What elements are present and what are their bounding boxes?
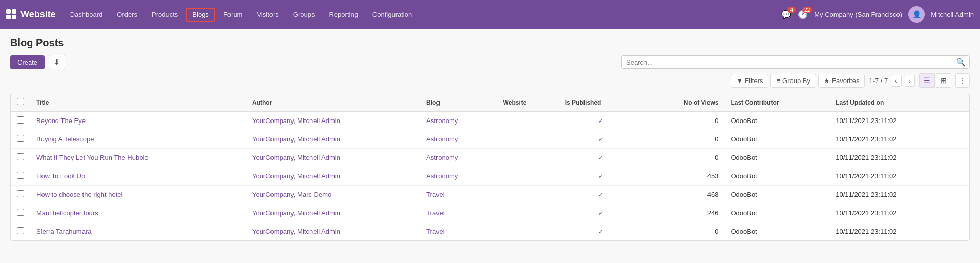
row-website bbox=[497, 112, 559, 130]
row-more bbox=[957, 186, 969, 204]
nav-forum[interactable]: Forum bbox=[217, 8, 249, 22]
logo-icon bbox=[6, 9, 16, 19]
row-blog[interactable]: Astronomy bbox=[420, 167, 497, 186]
pagination-text: 1-7 / 7 bbox=[869, 77, 888, 85]
row-checkbox[interactable] bbox=[17, 153, 24, 160]
row-last-updated: 10/11/2021 23:11:02 bbox=[829, 222, 957, 241]
select-all-checkbox[interactable] bbox=[17, 98, 24, 105]
col-is-published: Is Published bbox=[559, 93, 643, 112]
row-views: 0 bbox=[643, 149, 724, 167]
row-blog[interactable]: Travel bbox=[420, 204, 497, 222]
col-title: Title bbox=[30, 93, 246, 112]
groupby-button[interactable]: ≡ Group By bbox=[770, 74, 816, 88]
col-views: No of Views bbox=[643, 93, 724, 112]
row-title[interactable]: Buying A Telescope bbox=[30, 130, 246, 149]
row-author[interactable]: YourCompany, Mitchell Admin bbox=[246, 222, 420, 241]
list-view-button[interactable]: ☰ bbox=[919, 73, 935, 88]
row-author[interactable]: YourCompany, Mitchell Admin bbox=[246, 130, 420, 149]
row-checkbox[interactable] bbox=[17, 209, 24, 216]
nav-menu: Dashboard Orders Products Blogs Forum Vi… bbox=[64, 8, 782, 22]
user-avatar[interactable]: 👤 bbox=[908, 6, 925, 23]
row-contributor: OdooBot bbox=[724, 167, 829, 186]
row-checkbox[interactable] bbox=[17, 116, 24, 124]
row-contributor: OdooBot bbox=[724, 204, 829, 222]
nav-orders[interactable]: Orders bbox=[111, 8, 143, 22]
search-icon: 🔍 bbox=[956, 58, 965, 66]
activity-icon[interactable]: 🕐 22 bbox=[798, 10, 808, 19]
nav-products[interactable]: Products bbox=[145, 8, 184, 22]
app-logo[interactable]: Website bbox=[6, 9, 56, 20]
row-contributor: OdooBot bbox=[724, 130, 829, 149]
row-title[interactable]: Beyond The Eye bbox=[30, 112, 246, 130]
search-input[interactable] bbox=[626, 58, 956, 66]
nav-visitors[interactable]: Visitors bbox=[251, 8, 284, 22]
row-more bbox=[957, 130, 969, 149]
download-button[interactable]: ⬇ bbox=[49, 55, 65, 69]
top-navigation: Website Dashboard Orders Products Blogs … bbox=[0, 0, 980, 29]
row-views: 453 bbox=[643, 167, 724, 186]
row-author[interactable]: YourCompany, Marc Demo bbox=[246, 186, 420, 204]
table-row: What If They Let You Run The Hubble Your… bbox=[11, 149, 969, 167]
row-title[interactable]: What If They Let You Run The Hubble bbox=[30, 149, 246, 167]
more-options-button[interactable]: ⋮ bbox=[955, 73, 970, 88]
row-author[interactable]: YourCompany, Mitchell Admin bbox=[246, 167, 420, 186]
search-bar: 🔍 bbox=[621, 55, 970, 69]
row-blog[interactable]: Astronomy bbox=[420, 130, 497, 149]
col-last-updated: Last Updated on bbox=[829, 93, 957, 112]
row-views: 468 bbox=[643, 186, 724, 204]
grid-view-button[interactable]: ⊞ bbox=[936, 73, 951, 88]
create-button[interactable]: Create bbox=[10, 55, 45, 69]
row-blog[interactable]: Astronomy bbox=[420, 112, 497, 130]
row-blog[interactable]: Travel bbox=[420, 186, 497, 204]
row-author[interactable]: YourCompany, Mitchell Admin bbox=[246, 204, 420, 222]
row-checkbox[interactable] bbox=[17, 172, 24, 179]
nav-dashboard[interactable]: Dashboard bbox=[64, 8, 109, 22]
row-last-updated: 10/11/2021 23:11:02 bbox=[829, 186, 957, 204]
table-row: Sierra Tarahumara YourCompany, Mitchell … bbox=[11, 222, 969, 241]
row-last-updated: 10/11/2021 23:11:02 bbox=[829, 167, 957, 186]
row-is-published: ✓ bbox=[559, 149, 643, 167]
row-views: 0 bbox=[643, 130, 724, 149]
table-row: How to choose the right hotel YourCompan… bbox=[11, 186, 969, 204]
pagination-next[interactable]: › bbox=[905, 75, 915, 87]
row-checkbox-cell bbox=[11, 167, 30, 186]
row-author[interactable]: YourCompany, Mitchell Admin bbox=[246, 112, 420, 130]
row-more bbox=[957, 167, 969, 186]
row-blog[interactable]: Travel bbox=[420, 222, 497, 241]
filters-button[interactable]: ▼ Filters bbox=[731, 74, 768, 88]
pagination-prev[interactable]: ‹ bbox=[891, 75, 901, 87]
company-name[interactable]: My Company (San Francisco) bbox=[814, 11, 902, 18]
row-title[interactable]: How To Look Up bbox=[30, 167, 246, 186]
nav-blogs[interactable]: Blogs bbox=[186, 8, 215, 22]
user-name[interactable]: Mitchell Admin bbox=[931, 11, 974, 18]
row-last-updated: 10/11/2021 23:11:02 bbox=[829, 130, 957, 149]
nav-reporting[interactable]: Reporting bbox=[323, 8, 364, 22]
favorites-button[interactable]: ★ Favorites bbox=[818, 74, 865, 88]
row-checkbox[interactable] bbox=[17, 135, 24, 142]
row-blog[interactable]: Astronomy bbox=[420, 149, 497, 167]
row-views: 0 bbox=[643, 222, 724, 241]
col-author: Author bbox=[246, 93, 420, 112]
activity-badge: 22 bbox=[802, 7, 812, 13]
row-contributor: OdooBot bbox=[724, 222, 829, 241]
nav-groups[interactable]: Groups bbox=[287, 8, 321, 22]
row-title[interactable]: How to choose the right hotel bbox=[30, 186, 246, 204]
message-icon[interactable]: 💬 4 bbox=[781, 10, 791, 19]
row-checkbox[interactable] bbox=[17, 227, 24, 234]
row-title[interactable]: Maui helicopter tours bbox=[30, 204, 246, 222]
table-row: Maui helicopter tours YourCompany, Mitch… bbox=[11, 204, 969, 222]
row-views: 0 bbox=[643, 112, 724, 130]
nav-configuration[interactable]: Configuration bbox=[366, 8, 418, 22]
row-last-updated: 10/11/2021 23:11:02 bbox=[829, 149, 957, 167]
row-checkbox-cell bbox=[11, 112, 30, 130]
row-last-updated: 10/11/2021 23:11:02 bbox=[829, 204, 957, 222]
row-author[interactable]: YourCompany, Mitchell Admin bbox=[246, 149, 420, 167]
row-checkbox-cell bbox=[11, 186, 30, 204]
row-more bbox=[957, 222, 969, 241]
row-more bbox=[957, 149, 969, 167]
row-title[interactable]: Sierra Tarahumara bbox=[30, 222, 246, 241]
groupby-icon: ≡ bbox=[776, 77, 780, 85]
row-website bbox=[497, 167, 559, 186]
row-checkbox[interactable] bbox=[17, 190, 24, 197]
row-contributor: OdooBot bbox=[724, 112, 829, 130]
